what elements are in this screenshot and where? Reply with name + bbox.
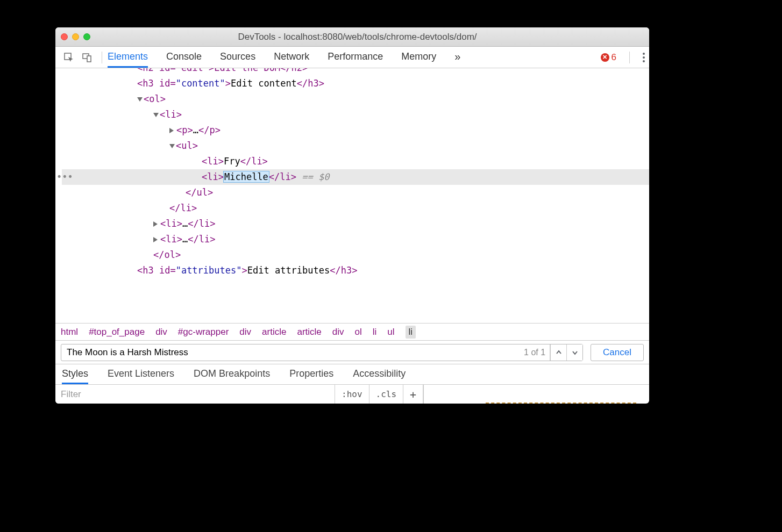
search-bar: 1 of 1 Cancel bbox=[55, 340, 649, 364]
inherited-box-icon bbox=[486, 402, 636, 404]
tab-properties[interactable]: Properties bbox=[289, 364, 333, 384]
breadcrumb-item[interactable]: div bbox=[239, 327, 251, 337]
tab-event-listeners[interactable]: Event Listeners bbox=[108, 364, 174, 384]
disclosure-closed-icon[interactable] bbox=[153, 221, 158, 227]
dom-node-p-collapsed[interactable]: <p>…</p> bbox=[62, 123, 649, 138]
tab-network[interactable]: Network bbox=[274, 47, 309, 68]
window-title: DevTools - localhost:8080/web/tools/chro… bbox=[71, 32, 644, 42]
cls-button[interactable]: .cls bbox=[369, 385, 404, 404]
cancel-button[interactable]: Cancel bbox=[591, 344, 644, 361]
kebab-menu-icon[interactable] bbox=[643, 53, 645, 62]
tab-accessibility[interactable]: Accessibility bbox=[353, 364, 406, 384]
new-rule-button[interactable]: + bbox=[403, 385, 423, 404]
inline-edit-text[interactable]: Michelle bbox=[224, 171, 269, 182]
dom-node-h3-content[interactable]: <h3 id="content">Edit content</h3> bbox=[62, 76, 649, 91]
tab-styles[interactable]: Styles bbox=[62, 364, 88, 384]
breadcrumb-item-current[interactable]: li bbox=[406, 326, 416, 339]
breadcrumb-item[interactable]: ol bbox=[355, 327, 362, 337]
titlebar: DevTools - localhost:8080/web/tools/chro… bbox=[55, 27, 649, 47]
styles-pane bbox=[423, 385, 649, 404]
sidebar-tabs: Styles Event Listeners DOM Breakpoints P… bbox=[55, 364, 649, 384]
devtools-window: DevTools - localhost:8080/web/tools/chro… bbox=[55, 27, 649, 404]
breadcrumb-item[interactable]: div bbox=[332, 327, 344, 337]
close-icon[interactable] bbox=[61, 33, 68, 40]
tab-dom-breakpoints[interactable]: DOM Breakpoints bbox=[194, 364, 270, 384]
dom-node-ul-open[interactable]: <ul> bbox=[62, 138, 649, 154]
styles-filter-input[interactable] bbox=[55, 385, 335, 404]
disclosure-closed-icon[interactable] bbox=[169, 128, 174, 133]
tab-performance[interactable]: Performance bbox=[328, 47, 383, 68]
dom-node-ol-close[interactable]: </ol> bbox=[62, 247, 649, 263]
breadcrumb-item[interactable]: li bbox=[373, 327, 377, 337]
divider bbox=[629, 52, 630, 63]
search-result-count: 1 of 1 bbox=[520, 344, 550, 361]
styles-buttons: :hov .cls + bbox=[335, 385, 423, 404]
breadcrumb-item[interactable]: article bbox=[262, 327, 286, 337]
search-prev-button[interactable] bbox=[550, 344, 566, 361]
breadcrumb-item[interactable]: html bbox=[61, 327, 78, 337]
hov-button[interactable]: :hov bbox=[335, 385, 369, 404]
disclosure-open-icon[interactable] bbox=[169, 144, 175, 148]
breadcrumb-item[interactable]: #gc-wrapper bbox=[178, 327, 229, 337]
search-input[interactable] bbox=[61, 347, 520, 358]
search-next-button[interactable] bbox=[566, 344, 582, 361]
error-badge[interactable]: ✕ 6 bbox=[601, 52, 616, 63]
disclosure-open-icon[interactable] bbox=[153, 113, 159, 117]
dom-node-selected[interactable]: •••<li>Michelle</li> == $0 bbox=[62, 169, 649, 185]
dom-node-h2[interactable]: <h2 id="edit">Edit the DOM</h2> bbox=[62, 68, 649, 76]
toolbar-right: ✕ 6 bbox=[601, 52, 645, 63]
disclosure-open-icon[interactable] bbox=[137, 97, 143, 102]
panel-tabs: Elements Console Sources Network Perform… bbox=[108, 47, 460, 68]
dom-node-ul-close[interactable]: </ul> bbox=[62, 185, 649, 200]
tab-console[interactable]: Console bbox=[166, 47, 202, 68]
search-nav bbox=[550, 344, 582, 361]
breadcrumb-item[interactable]: article bbox=[297, 327, 321, 337]
overflow-tabs-icon[interactable]: » bbox=[454, 47, 460, 68]
main-toolbar: Elements Console Sources Network Perform… bbox=[55, 47, 649, 68]
dom-node-li-open[interactable]: <li> bbox=[62, 107, 649, 123]
dom-node-li-collapsed[interactable]: <li>…</li> bbox=[62, 216, 649, 232]
dollar-zero-ref: == $0 bbox=[296, 171, 329, 182]
dom-node-li-fry[interactable]: <li>Fry</li> bbox=[62, 154, 649, 169]
tab-elements[interactable]: Elements bbox=[108, 47, 148, 68]
dom-node-h3-attributes[interactable]: <h3 id="attributes">Edit attributes</h3> bbox=[62, 263, 649, 278]
breadcrumb-item[interactable]: div bbox=[155, 327, 167, 337]
disclosure-closed-icon[interactable] bbox=[153, 237, 158, 242]
tab-sources[interactable]: Sources bbox=[220, 47, 255, 68]
dom-node-ol-open[interactable]: <ol> bbox=[62, 91, 649, 107]
breadcrumb-item[interactable]: #top_of_page bbox=[89, 327, 145, 337]
dom-node-li-collapsed[interactable]: <li>…</li> bbox=[62, 232, 649, 247]
row-actions-icon[interactable]: ••• bbox=[56, 169, 73, 185]
breadcrumb: html #top_of_page div #gc-wrapper div ar… bbox=[55, 323, 649, 340]
styles-toolbar: :hov .cls + bbox=[55, 384, 649, 404]
device-toggle-icon[interactable] bbox=[80, 51, 94, 64]
breadcrumb-item[interactable]: ul bbox=[387, 327, 394, 337]
divider bbox=[102, 52, 102, 63]
dom-tree[interactable]: <h2 id="edit">Edit the DOM</h2> <h3 id="… bbox=[55, 68, 649, 323]
error-count: 6 bbox=[612, 52, 616, 63]
tab-memory[interactable]: Memory bbox=[401, 47, 436, 68]
dom-node-li-close[interactable]: </li> bbox=[62, 200, 649, 216]
inspect-icon[interactable] bbox=[62, 51, 76, 64]
search-box: 1 of 1 bbox=[61, 344, 583, 361]
svg-rect-2 bbox=[87, 56, 91, 62]
error-dot-icon: ✕ bbox=[601, 53, 609, 62]
